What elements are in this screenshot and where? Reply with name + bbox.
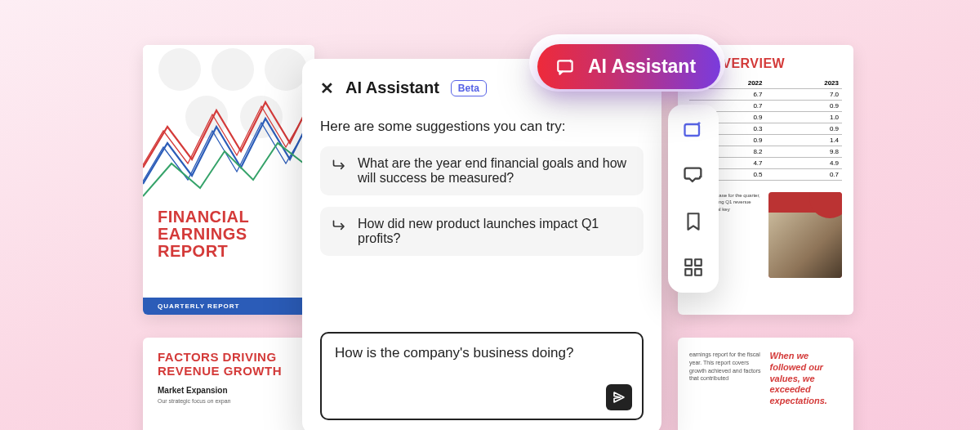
svg-rect-10 xyxy=(695,269,702,275)
suggestions-intro: Here are some suggestions you can try: xyxy=(320,119,644,135)
suggestion-item[interactable]: How did new product launches impact Q1 p… xyxy=(320,207,644,256)
svg-point-1 xyxy=(212,48,254,91)
side-tool-rail xyxy=(668,105,719,293)
doc-title-line2: EARNINGS xyxy=(158,226,300,243)
suggestion-item[interactable]: What are the year end financial goals an… xyxy=(320,146,644,195)
chat-input[interactable]: How is the company's business doing? xyxy=(335,345,632,361)
close-icon[interactable]: ✕ xyxy=(320,80,334,96)
panel-title: AI Assistant xyxy=(345,78,439,97)
rail-ai-sparkle-icon[interactable] xyxy=(681,118,706,142)
ai-assistant-launch-button[interactable]: AI Assistant xyxy=(537,44,720,89)
beta-badge: Beta xyxy=(451,80,487,96)
doc-quote-paragraph: earnings report for the fiscal year. Thi… xyxy=(689,351,762,430)
rail-comments-icon[interactable] xyxy=(681,163,706,188)
svg-point-0 xyxy=(158,48,201,91)
chat-input-container: How is the company's business doing? xyxy=(320,332,644,420)
doc-thumbnail-financial-report: FINANCIAL EARNINGS REPORT QUARTERLY REPO… xyxy=(143,45,314,315)
doc-chart-pattern xyxy=(143,45,314,200)
doc-title-line3: REPORT xyxy=(158,243,300,260)
reply-arrow-icon xyxy=(332,218,348,238)
svg-rect-7 xyxy=(685,259,692,266)
table-row: 6.77.0 xyxy=(689,89,842,101)
send-button[interactable] xyxy=(606,384,632,410)
doc-subtitle-band: QUARTERLY REPORT xyxy=(143,298,314,315)
rail-bookmark-icon[interactable] xyxy=(681,209,706,234)
ai-pill-label: AI Assistant xyxy=(588,56,696,78)
svg-rect-8 xyxy=(695,259,702,266)
doc-factors-title1: FACTORS DRIVING xyxy=(158,351,300,365)
doc-overview-photo xyxy=(768,192,842,278)
rail-grid-icon[interactable] xyxy=(681,255,706,280)
ai-assistant-panel: ✕ AI Assistant Beta Here are some sugges… xyxy=(302,59,662,430)
svg-rect-6 xyxy=(685,124,700,136)
doc-thumbnail-quote: earnings report for the fiscal year. Thi… xyxy=(678,338,853,430)
suggestion-text: How did new product launches impact Q1 p… xyxy=(358,217,632,246)
doc-title-line1: FINANCIAL xyxy=(158,208,300,226)
svg-point-2 xyxy=(265,48,307,91)
svg-rect-5 xyxy=(558,60,572,71)
doc-factors-body: Our strategic focus on expan xyxy=(158,398,300,404)
doc-factors-title2: REVENUE GROWTH xyxy=(158,365,300,378)
send-icon xyxy=(612,390,626,405)
doc-quote-text: When we followed our values, we exceeded… xyxy=(770,351,843,430)
chat-sparkle-icon xyxy=(555,56,577,78)
suggestion-text: What are the year end financial goals an… xyxy=(358,156,632,186)
doc-factors-subhead: Market Expansion xyxy=(158,386,300,395)
reply-arrow-icon xyxy=(332,158,348,177)
svg-rect-9 xyxy=(685,269,692,275)
doc-thumbnail-factors: FACTORS DRIVING REVENUE GROWTH Market Ex… xyxy=(143,338,314,430)
